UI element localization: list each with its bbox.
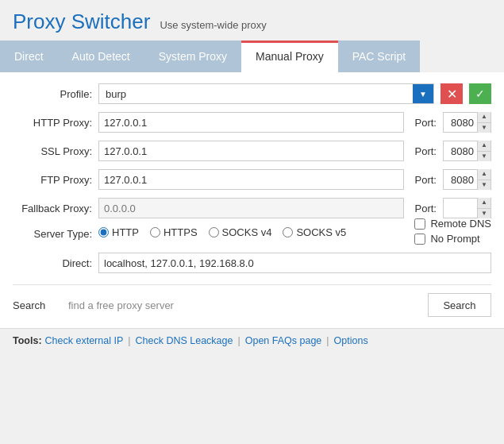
ftp-port-box: ▲ ▼ [443, 169, 491, 190]
ssl-port-up[interactable]: ▲ [478, 141, 491, 152]
fallback-proxy-row: Fallback Proxy: Port: ▲ ▼ [13, 198, 491, 218]
footer-sep-2: | [237, 335, 240, 346]
server-type-section: Server Type: HTTP HTTPS SOCKS v4 [13, 226, 491, 245]
search-placeholder-text: find a free proxy server [68, 299, 420, 311]
ftp-proxy-input[interactable] [98, 169, 404, 190]
radio-https-label: HTTPS [164, 226, 198, 238]
radio-https[interactable]: HTTPS [150, 226, 198, 238]
radio-socks4[interactable]: SOCKS v4 [209, 226, 272, 238]
tab-bar: Direct Auto Detect System Proxy Manual P… [0, 41, 504, 72]
radio-http-input[interactable] [98, 227, 109, 237]
server-type-label: Server Type: [13, 226, 92, 240]
tab-auto-detect[interactable]: Auto Detect [58, 41, 144, 72]
direct-input[interactable] [98, 253, 491, 273]
radio-socks5[interactable]: SOCKS v5 [283, 226, 346, 238]
profile-ok-button[interactable]: ✓ [469, 83, 491, 104]
radio-http-label: HTTP [112, 226, 139, 238]
content-area: Profile: burp ▼ ✕ ✓ HTTP Proxy: Port: ▲ … [0, 72, 504, 328]
search-button[interactable]: Search [428, 293, 491, 317]
fallback-port-arrows: ▲ ▼ [477, 198, 491, 218]
search-section: Search find a free proxy server Search [13, 284, 491, 317]
header-subtitle: Use system-wide proxy [160, 19, 266, 31]
footer-link-options[interactable]: Options [334, 335, 368, 346]
radio-https-input[interactable] [150, 227, 160, 237]
http-proxy-input[interactable] [98, 112, 404, 133]
search-label: Search [13, 299, 60, 311]
ssl-port-down[interactable]: ▼ [478, 152, 491, 162]
http-port-down[interactable]: ▼ [478, 123, 491, 133]
no-prompt-checkbox[interactable]: No Prompt [414, 233, 491, 245]
remote-dns-input[interactable] [414, 218, 425, 230]
ftp-port-up[interactable]: ▲ [478, 169, 491, 180]
profile-select-wrapper: burp ▼ [98, 83, 434, 104]
ssl-port-arrows: ▲ ▼ [477, 141, 491, 161]
direct-label: Direct: [13, 257, 92, 269]
tab-system-proxy[interactable]: System Proxy [144, 41, 241, 72]
remote-dns-label: Remote DNS [430, 218, 491, 230]
tab-manual-proxy[interactable]: Manual Proxy [241, 41, 338, 72]
ssl-proxy-input[interactable] [98, 141, 404, 161]
ssl-port-label: Port: [415, 145, 437, 157]
radio-socks5-input[interactable] [283, 227, 293, 237]
profile-value: burp [99, 84, 413, 103]
fallback-port-input[interactable] [444, 199, 477, 218]
fallback-proxy-input[interactable] [98, 198, 404, 218]
footer: Tools: Check external IP | Check DNS Lea… [0, 328, 504, 353]
footer-link-dns[interactable]: Check DNS Leackage [136, 335, 233, 346]
profile-row: Profile: burp ▼ ✕ ✓ [13, 83, 491, 104]
ftp-port-arrows: ▲ ▼ [477, 169, 491, 190]
http-port-arrows: ▲ ▼ [477, 112, 491, 133]
fallback-port-up[interactable]: ▲ [478, 198, 491, 209]
direct-row: Direct: [13, 253, 491, 273]
radio-socks4-label: SOCKS v4 [222, 226, 272, 238]
app-title: Proxy Switcher [13, 10, 150, 34]
ftp-proxy-label: FTP Proxy: [13, 174, 92, 186]
footer-tools-label: Tools: [13, 335, 42, 346]
ftp-proxy-row: FTP Proxy: Port: ▲ ▼ [13, 169, 491, 190]
http-port-label: Port: [415, 117, 437, 129]
fallback-port-label: Port: [415, 203, 437, 214]
profile-delete-button[interactable]: ✕ [441, 83, 463, 104]
http-port-up[interactable]: ▲ [478, 112, 491, 123]
footer-link-faqs[interactable]: Open FAQs page [245, 335, 322, 346]
ftp-port-down[interactable]: ▼ [478, 180, 491, 191]
ssl-proxy-row: SSL Proxy: Port: ▲ ▼ [13, 141, 491, 161]
no-prompt-input[interactable] [414, 234, 425, 245]
radio-socks4-input[interactable] [209, 227, 219, 237]
radio-socks5-label: SOCKS v5 [296, 226, 346, 238]
ssl-port-input[interactable] [444, 141, 477, 160]
fallback-proxy-label: Fallback Proxy: [13, 203, 92, 214]
app-header: Proxy Switcher Use system-wide proxy [0, 0, 504, 41]
http-port-box: ▲ ▼ [443, 112, 491, 133]
profile-label: Profile: [13, 88, 92, 100]
ftp-port-label: Port: [415, 174, 437, 186]
http-proxy-row: HTTP Proxy: Port: ▲ ▼ [13, 112, 491, 133]
fallback-port-box: ▲ ▼ [443, 198, 491, 218]
footer-sep-1: | [128, 335, 130, 346]
http-port-input[interactable] [444, 113, 477, 132]
remote-dns-checkbox[interactable]: Remote DNS [414, 218, 491, 230]
http-proxy-label: HTTP Proxy: [13, 117, 92, 129]
footer-link-external-ip[interactable]: Check external IP [45, 335, 124, 346]
tab-direct[interactable]: Direct [0, 41, 58, 72]
ssl-proxy-label: SSL Proxy: [13, 145, 92, 157]
server-type-and-checkboxes: HTTP HTTPS SOCKS v4 SOCKS v5 [98, 226, 491, 245]
footer-sep-3: | [326, 335, 329, 346]
extra-checkboxes: Remote DNS No Prompt [414, 218, 491, 245]
radio-http[interactable]: HTTP [98, 226, 139, 238]
ssl-port-box: ▲ ▼ [443, 141, 491, 161]
no-prompt-label: No Prompt [430, 233, 479, 245]
tab-pac-script[interactable]: PAC Script [338, 41, 420, 72]
profile-dropdown-button[interactable]: ▼ [413, 84, 433, 103]
ftp-port-input[interactable] [444, 170, 477, 189]
